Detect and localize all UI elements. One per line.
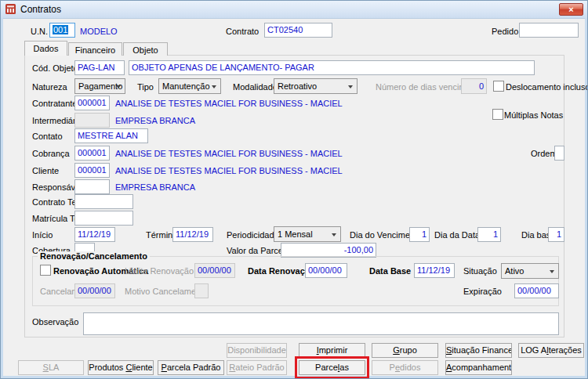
contato-label: Contato	[32, 132, 63, 141]
dia-vencimento-input[interactable]: 1	[409, 227, 430, 242]
responsavel-code-input[interactable]	[74, 179, 110, 194]
tipo-select[interactable]: Manutenção	[158, 78, 221, 94]
situacao-label: Situação	[463, 266, 497, 276]
dia-data-label: Dia da Data	[434, 230, 480, 240]
modalidade-select[interactable]: Retroativo	[274, 78, 358, 94]
cliente-label: Cliente	[32, 166, 59, 175]
situacao-financeira-button[interactable]: Situação Financeira	[445, 343, 512, 358]
periodicidade-label: Periodicidade	[227, 230, 279, 240]
motivo-cancelamento-input[interactable]	[194, 283, 209, 298]
cobranca-label: Cobrança	[32, 149, 70, 158]
inicio-input[interactable]: 11/12/19	[74, 227, 115, 242]
objeto-desc-input[interactable]: OBJETO APENAS DE LANÇAMENTO- PAGAR	[129, 60, 535, 75]
pedido-input[interactable]	[519, 23, 579, 38]
renovacao-groupbox	[32, 256, 559, 306]
renovacao-group-title: Renovação/Cancelamento	[38, 251, 150, 261]
periodicidade-select[interactable]: 1 Mensal	[274, 226, 341, 242]
titlebar: Contratos ×	[1, 1, 587, 19]
expiracao-input[interactable]: 00/00/00	[514, 283, 559, 298]
inicio-label: Início	[32, 230, 53, 240]
intermediaria-code-input[interactable]	[74, 113, 110, 128]
expiracao-label: Expiração	[463, 287, 502, 296]
un-input[interactable]: 001	[49, 23, 75, 38]
window-title: Contratos	[20, 4, 61, 15]
deslocamento-checkbox[interactable]	[493, 81, 504, 92]
cod-objeto-input[interactable]: PAG-LAN	[74, 60, 125, 75]
termino-input[interactable]: 11/12/19	[172, 227, 213, 242]
contratante-name: ANALISE DE TESTES MACIEL FOR BUSINESS - …	[115, 99, 343, 108]
sla-button[interactable]: SLA	[18, 360, 84, 375]
tab-financeiro[interactable]: Financeiro	[68, 42, 122, 56]
matricula-terceiro-input[interactable]	[74, 211, 133, 226]
window-frame-bottom	[1, 376, 587, 378]
contrato-terceiro-input[interactable]	[74, 194, 133, 209]
chevron-down-icon	[332, 233, 336, 236]
cliente-code-input[interactable]: 000001	[74, 163, 110, 178]
contratante-code-input[interactable]: 000001	[74, 96, 110, 110]
window-frame-right	[585, 18, 587, 378]
tab-objeto[interactable]: Objeto	[123, 42, 168, 56]
close-button[interactable]: ×	[559, 3, 583, 16]
rateio-padrao-button[interactable]: Rateio Padrão	[227, 360, 287, 375]
un-description: MODELO	[80, 27, 118, 36]
ordem-label: Ordem	[531, 149, 557, 158]
dias-vencimento-input[interactable]: 0	[461, 78, 487, 94]
limite-renovacao-label: Limite Renovação	[125, 266, 194, 276]
contratante-label: Contratante	[32, 99, 77, 108]
dia-data-input[interactable]: 1	[477, 227, 501, 242]
app-icon	[5, 4, 16, 14]
limite-renovacao-input[interactable]: 00/00/00	[194, 263, 235, 278]
responsavel-name: EMPRESA BRANCA	[115, 182, 195, 192]
data-base-label: Data Base	[369, 266, 411, 276]
chevron-down-icon	[116, 85, 121, 88]
intermediaria-name: EMPRESA BRANCA	[115, 116, 195, 125]
contrato-input[interactable]: CT02540	[264, 23, 332, 38]
renovacao-automatica-checkbox[interactable]	[40, 265, 51, 276]
data-renovacao-input[interactable]: 00/00/00	[305, 263, 347, 278]
ordem-input[interactable]	[554, 146, 564, 161]
multiplas-notas-checkbox[interactable]	[492, 109, 503, 120]
deslocamento-label: Deslocamento incluso	[506, 82, 588, 92]
cobranca-code-input[interactable]: 000001	[74, 146, 110, 161]
contrato-label: Contrato	[226, 27, 259, 36]
disponibilidade-button[interactable]: Disponibilidade	[227, 343, 287, 358]
parcela-padrao-button[interactable]: Parcela Padrão	[158, 360, 224, 375]
cobranca-name: ANALISE DE TESTES MACIEL FOR BUSINESS - …	[115, 149, 343, 158]
close-icon: ×	[568, 5, 573, 14]
un-value: 001	[53, 25, 68, 34]
pedido-label: Pedido	[492, 27, 518, 36]
tipo-label: Tipo	[137, 82, 154, 92]
modalidade-label: Modalidade	[233, 82, 278, 92]
natureza-label: Natureza	[32, 82, 67, 92]
chevron-down-icon	[550, 270, 554, 273]
chevron-down-icon	[212, 85, 216, 88]
log-alteracoes-button[interactable]: LOG Alterações	[518, 343, 584, 358]
contato-input[interactable]: MESTRE ALAN	[74, 128, 148, 143]
annotation-highlight-parcelas	[295, 356, 369, 379]
acompanhamento-button[interactable]: Acompanhamento	[445, 360, 512, 375]
situacao-select[interactable]: Ativo	[501, 263, 559, 279]
multiplas-notas-label: Múltiplas Notas	[504, 110, 563, 120]
cancelamento-input[interactable]: 00/00/00	[74, 283, 115, 298]
observacao-label: Observação	[32, 317, 78, 327]
natureza-select[interactable]: Pagamento	[74, 78, 125, 94]
produtos-cliente-button[interactable]: Produtos Cliente	[88, 360, 154, 375]
dia-base-input[interactable]: 1	[548, 227, 564, 242]
un-label: U.N.	[31, 27, 48, 36]
observacao-textarea[interactable]	[83, 312, 559, 335]
data-base-input[interactable]: 11/12/19	[414, 263, 455, 278]
tab-dados[interactable]: Dados	[24, 41, 67, 56]
pedidos-button[interactable]: Pedidos	[372, 360, 438, 375]
cliente-name: ANALISE DE TESTES MACIEL FOR BUSINESS - …	[115, 166, 343, 175]
chevron-down-icon	[348, 85, 353, 88]
window-frame-left	[1, 18, 3, 378]
cod-objeto-label: Cód. Objeto	[32, 63, 78, 73]
contratos-window: Contratos × U.N. 001 MODELO Contrato CT0…	[0, 0, 588, 379]
grupo-button[interactable]: Grupo	[372, 343, 438, 358]
